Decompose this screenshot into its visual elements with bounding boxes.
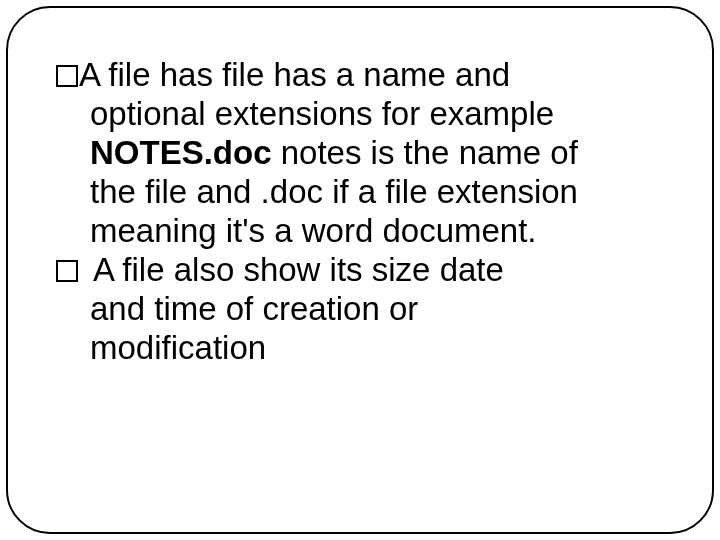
- bullet-item-2: A file also show its size date: [56, 251, 664, 290]
- item1-line4: the file and .doc if a file extension: [56, 173, 664, 212]
- item2-line1: A file also show its size date: [93, 251, 504, 288]
- item2-line2: and time of creation or: [56, 290, 664, 329]
- item1-line3: NOTES.doc notes is the name of: [56, 134, 664, 173]
- slide-frame: A file has file has a name and optional …: [6, 6, 714, 534]
- item2-line3: modification: [56, 329, 664, 368]
- slide-content: A file has file has a name and optional …: [56, 56, 664, 368]
- square-bullet-icon: [56, 260, 78, 282]
- item1-line5: meaning it's a word document.: [56, 212, 664, 251]
- item1-line1: A file has file has a name and: [79, 56, 510, 93]
- bullet-item-1: A file has file has a name and: [56, 56, 664, 95]
- item1-line3b: notes is the name of: [272, 134, 578, 171]
- item1-line2: optional extensions for example: [56, 95, 664, 134]
- square-bullet-icon: [56, 65, 78, 87]
- item1-bold: NOTES.doc: [90, 134, 272, 171]
